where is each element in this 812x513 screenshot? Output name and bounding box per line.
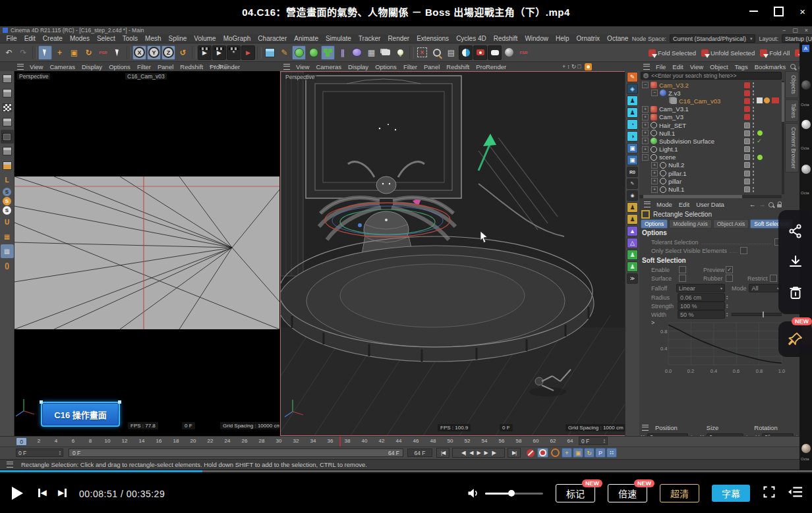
- prev-key-button[interactable]: ◀|: [459, 450, 467, 456]
- object-tag-icon[interactable]: [744, 178, 750, 184]
- object-tag-icon[interactable]: [744, 146, 750, 152]
- object-tag-icon[interactable]: [744, 90, 750, 96]
- attribute-tab[interactable]: Object Axis: [713, 219, 749, 229]
- object-tag-icon[interactable]: [744, 130, 750, 136]
- menu-item[interactable]: Render: [384, 35, 413, 42]
- viewport-nav-icon[interactable]: ↻: [218, 63, 224, 70]
- layer-dots-icon[interactable]: [752, 130, 755, 136]
- layer-dots-icon[interactable]: [752, 162, 755, 169]
- redo-icon[interactable]: ↷: [16, 45, 30, 60]
- attr-menu-item[interactable]: Edit: [679, 201, 689, 208]
- preview-checkbox[interactable]: [726, 266, 733, 273]
- om-menu-item[interactable]: Object: [707, 63, 731, 70]
- image-b-icon[interactable]: ▣: [627, 155, 638, 165]
- hamburger-icon[interactable]: [644, 202, 651, 207]
- layer-dots-icon[interactable]: [752, 90, 755, 96]
- object-tree-row[interactable]: − Cam_V3.2: [639, 81, 782, 89]
- om-search-icon[interactable]: [790, 64, 796, 69]
- y-axis-lock-icon[interactable]: Y: [147, 45, 161, 60]
- spline-pen-icon[interactable]: ✎: [277, 45, 291, 60]
- strength-spinner[interactable]: [726, 304, 728, 309]
- viewport-menu-item[interactable]: Redshift: [443, 63, 473, 70]
- menu-item[interactable]: Volume: [190, 35, 219, 42]
- key-parameter-icon[interactable]: P: [595, 448, 606, 458]
- model-mode-icon[interactable]: [1, 86, 14, 100]
- hamburger-icon[interactable]: [7, 462, 13, 468]
- object-tree-row[interactable]: + Cam_V3.1: [639, 105, 782, 113]
- layer-dots-icon[interactable]: [752, 97, 755, 104]
- tree-expander[interactable]: +: [642, 114, 649, 121]
- coord-system-icon[interactable]: ↺: [176, 45, 190, 60]
- play-button[interactable]: [12, 487, 23, 500]
- playlist-button[interactable]: [788, 485, 803, 501]
- record-active-icon[interactable]: [537, 448, 548, 458]
- walk-a-icon[interactable]: ♟: [627, 202, 638, 213]
- viewport1-camera-label[interactable]: C16_Cam_v03: [125, 73, 167, 80]
- fold-button[interactable]: Fold All: [760, 49, 790, 57]
- next-video-button[interactable]: ▶: [58, 488, 67, 497]
- speed-button[interactable]: 倍速NEW: [608, 484, 647, 502]
- object-tree-row[interactable]: + Null.1: [639, 185, 782, 193]
- fsr-icon[interactable]: FSR: [517, 45, 531, 60]
- viewport-menu-item[interactable]: Panel: [154, 63, 177, 70]
- layer-dots-icon[interactable]: [752, 146, 755, 153]
- viewport-menu-item[interactable]: Panel: [420, 63, 443, 70]
- om-panel-tab[interactable]: Content Browser: [785, 123, 799, 173]
- attribute-tab[interactable]: Modeling Axis: [669, 219, 711, 229]
- object-state-icon[interactable]: [757, 154, 780, 161]
- radius-spinner[interactable]: [726, 295, 728, 300]
- sphere-icon[interactable]: [502, 45, 516, 60]
- tree-expander[interactable]: −: [651, 90, 658, 96]
- tree-expander[interactable]: +: [651, 186, 658, 193]
- width-spinner[interactable]: [726, 312, 728, 317]
- menu-item[interactable]: Cycles 4D: [453, 35, 490, 42]
- strength-input[interactable]: 100 %: [678, 302, 725, 310]
- volume-slider[interactable]: [485, 493, 543, 495]
- viewport-menu-item[interactable]: Display: [78, 63, 105, 70]
- enable-checkbox[interactable]: [679, 266, 686, 273]
- move-tool-icon[interactable]: +: [53, 45, 67, 60]
- ruler-frame-box[interactable]: 0 F: [579, 437, 608, 445]
- timeline-marker[interactable]: [339, 437, 341, 446]
- goto-start-button[interactable]: |◀: [436, 448, 450, 458]
- width-slider[interactable]: [732, 313, 782, 316]
- viewport-nav-icon[interactable]: □: [223, 63, 228, 70]
- floor-icon[interactable]: ▦: [364, 45, 378, 60]
- maximize-button[interactable]: [774, 7, 784, 16]
- object-tag-icon[interactable]: [744, 114, 750, 120]
- object-state-icon[interactable]: [757, 97, 780, 104]
- fold-button[interactable]: Unfold Selected: [701, 49, 755, 57]
- viewport-nav-icon[interactable]: ↕: [566, 63, 571, 70]
- toolbar-divider[interactable]: [127, 46, 131, 59]
- last-tool-icon[interactable]: [111, 45, 125, 60]
- delete-button[interactable]: [786, 284, 805, 302]
- points-mode-icon[interactable]: [1, 130, 14, 144]
- c4d-maximize-button[interactable]: ▢: [792, 27, 798, 34]
- tree-expander[interactable]: +: [651, 162, 658, 169]
- layer-dots-icon[interactable]: [752, 122, 755, 128]
- tree-expander[interactable]: +: [651, 178, 658, 184]
- falloff-dropdown[interactable]: Linear▾: [676, 284, 725, 292]
- restrict-checkbox[interactable]: [770, 275, 777, 282]
- menu-item[interactable]: Extensions: [413, 35, 453, 42]
- cube-primitive-icon[interactable]: [263, 45, 277, 60]
- om-horizontal-scrollbar[interactable]: [639, 195, 782, 198]
- magnify-icon[interactable]: [430, 45, 444, 60]
- subtitle-button[interactable]: 字幕: [712, 485, 750, 502]
- x-axis-lock-icon[interactable]: X: [132, 45, 146, 60]
- goto-end-button[interactable]: ▶|: [508, 448, 521, 458]
- object-state-icon[interactable]: [757, 170, 780, 176]
- interactive-render-icon[interactable]: ▶: [241, 45, 255, 60]
- material-ball-icon[interactable]: [459, 45, 473, 60]
- keyframe-selection-icon[interactable]: [550, 448, 561, 458]
- workplane-lock-icon[interactable]: ▦: [1, 244, 14, 258]
- surface-checkbox[interactable]: [679, 275, 686, 282]
- hamburger-icon[interactable]: [643, 64, 650, 70]
- object-state-icon[interactable]: [757, 106, 780, 113]
- rubber-checkbox[interactable]: [726, 275, 733, 282]
- tree-expander[interactable]: +: [642, 130, 649, 136]
- magnet-icon[interactable]: U: [1, 215, 14, 229]
- viewport-menu-item[interactable]: Redshift: [177, 63, 206, 70]
- object-state-icon[interactable]: [757, 178, 780, 184]
- undo-icon[interactable]: ↶: [2, 45, 16, 60]
